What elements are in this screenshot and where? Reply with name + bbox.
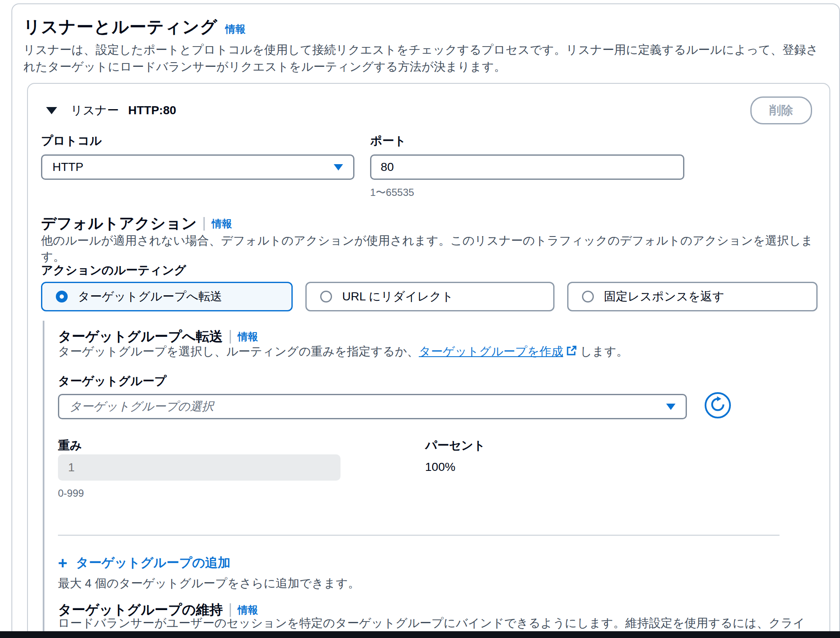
subsection-indent-rule bbox=[43, 321, 44, 632]
listener-header-label: リスナー bbox=[71, 102, 119, 118]
external-link-icon bbox=[565, 345, 577, 360]
tile-forward-to-target-group[interactable]: ターゲットグループへ転送 bbox=[41, 282, 293, 311]
chevron-down-icon bbox=[334, 164, 343, 170]
forward-info-link[interactable]: 情報 bbox=[238, 330, 258, 344]
protocol-select-value: HTTP bbox=[52, 160, 83, 174]
refresh-icon bbox=[709, 396, 726, 415]
radio-unchecked-icon bbox=[320, 291, 332, 302]
page-title-row: リスナーとルーティング 情報 bbox=[23, 15, 245, 38]
plus-icon: + bbox=[58, 555, 67, 571]
default-action-description: 他のルールが適用されない場合、デフォルトのアクションが使用されます。このリスナー… bbox=[41, 233, 829, 265]
protocol-select[interactable]: HTTP bbox=[41, 154, 354, 180]
add-target-group-label: ターゲットグループの追加 bbox=[76, 554, 231, 572]
page-info-link[interactable]: 情報 bbox=[225, 22, 245, 36]
percent-value: 100% bbox=[425, 460, 456, 474]
add-target-group-link[interactable]: + ターゲットグループの追加 bbox=[58, 554, 231, 572]
tile-label: URL にリダイレクト bbox=[342, 289, 453, 305]
forward-description: ターゲットグループを選択し、ルーティングの重みを指定するか、ターゲットグループを… bbox=[58, 344, 628, 360]
default-action-heading-row: デフォルトアクション 情報 bbox=[41, 213, 232, 234]
weight-input bbox=[58, 454, 340, 481]
listeners-routing-page: リスナーとルーティング 情報 リスナーは、設定したポートとプロトコルを使用して接… bbox=[0, 0, 840, 638]
default-action-heading: デフォルトアクション bbox=[41, 213, 197, 234]
section-divider bbox=[58, 535, 780, 536]
forward-description-suffix: します。 bbox=[580, 345, 628, 358]
forward-description-prefix: ターゲットグループを選択し、ルーティングの重みを指定するか、 bbox=[58, 345, 419, 358]
tile-return-fixed-response[interactable]: 固定レスポンスを返す bbox=[567, 282, 818, 311]
target-group-select[interactable]: ターゲットグループの選択 bbox=[58, 394, 687, 419]
tile-redirect-to-url[interactable]: URL にリダイレクト bbox=[305, 282, 555, 311]
radio-unchecked-icon bbox=[582, 291, 594, 302]
page-description: リスナーは、設定したポートとプロトコルを使用して接続リクエストをチェックするプロ… bbox=[23, 41, 829, 75]
port-input[interactable] bbox=[370, 154, 684, 180]
add-target-group-hint: 最大 4 個のターゲットグループをさらに追加できます。 bbox=[58, 575, 360, 591]
port-hint: 1〜65535 bbox=[370, 186, 414, 199]
routing-action-tiles: ターゲットグループへ転送 URL にリダイレクト 固定レスポンスを返す bbox=[41, 282, 818, 311]
protocol-label: プロトコル bbox=[41, 133, 102, 149]
target-group-placeholder: ターゲットグループの選択 bbox=[69, 399, 214, 415]
target-group-label: ターゲットグループ bbox=[58, 373, 167, 389]
collapse-caret-icon[interactable] bbox=[46, 107, 57, 114]
routing-actions-label: アクションのルーティング bbox=[41, 262, 186, 278]
bottom-screen-bar bbox=[0, 631, 840, 638]
listener-card: リスナー HTTP:80 削除 プロトコル HTTP ポート 1〜65535 デ… bbox=[27, 83, 830, 638]
chevron-down-icon bbox=[666, 404, 675, 410]
create-target-group-link[interactable]: ターゲットグループを作成 bbox=[419, 345, 563, 358]
delete-listener-button[interactable]: 削除 bbox=[750, 96, 812, 124]
tile-label: ターゲットグループへ転送 bbox=[78, 289, 222, 305]
radio-checked-icon bbox=[56, 291, 68, 302]
weight-label: 重み bbox=[58, 437, 82, 454]
heading-separator bbox=[203, 217, 205, 231]
port-label: ポート bbox=[370, 133, 406, 149]
heading-separator bbox=[230, 330, 231, 344]
listeners-section-card: リスナーとルーティング 情報 リスナーは、設定したポートとプロトコルを使用して接… bbox=[11, 3, 840, 638]
weight-hint: 0-999 bbox=[58, 487, 84, 499]
listener-header: リスナー HTTP:80 bbox=[46, 102, 176, 118]
page-title: リスナーとルーティング bbox=[23, 15, 217, 38]
default-action-info-link[interactable]: 情報 bbox=[211, 217, 232, 231]
refresh-target-groups-button[interactable] bbox=[705, 392, 731, 418]
tile-label: 固定レスポンスを返す bbox=[604, 289, 725, 305]
percent-label: パーセント bbox=[425, 437, 486, 454]
listener-header-value: HTTP:80 bbox=[128, 104, 176, 117]
